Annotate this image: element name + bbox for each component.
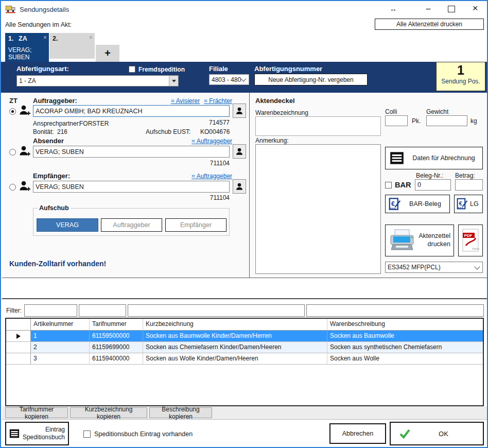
aufschub-auftraggeber-button[interactable]: Auftraggeber [101,218,162,232]
cell-warenbeschreibung[interactable]: Socken aus Wolle [327,353,483,364]
cell-tarifnummer[interactable]: 61159500000 [90,331,143,341]
fremdspedition-checkbox[interactable] [129,66,135,73]
empfaenger-input[interactable] [33,181,230,193]
neue-abfertigungsnummer-button[interactable]: Neue Abfertigung-Nr. vergeben [254,74,368,85]
add-contact-icon[interactable] [19,104,31,118]
tab1-code: ZA [19,35,27,42]
filiale-label: Filiale [209,65,228,73]
table-row[interactable]: 3 61159400000 Socken aus Wolle Kinder/Da… [6,353,483,365]
aktenzettel-drucken-label: Aktenzettel drucken [415,232,450,248]
cancel-button[interactable]: Abbrechen [329,423,386,444]
shipment-tab-1[interactable]: 1. ZA × VERAG; SUBEN [5,33,49,62]
filter-warenbeschreibung-input[interactable] [306,304,484,317]
cell-artikelnummer[interactable]: 3 [31,353,90,364]
empfaenger-contact-button[interactable] [233,179,246,194]
bar-beleg-button[interactable]: € BAR-Beleg [385,195,450,213]
minimize-button[interactable]: – [422,3,434,14]
daten-abrechnung-button[interactable]: Daten für Abrechnung [385,147,483,169]
pk-label: Pk. [412,117,421,125]
bonitaet-value: 216 [57,128,67,135]
tab2-close-icon[interactable]: × [89,34,93,41]
auftraggeber-number: 714577 [209,119,230,126]
col-kurzbezeichnung[interactable]: Kurzbezeichnung [143,319,327,330]
aktenzettel-drucken-button[interactable]: Aktenzettel drucken [385,225,454,256]
speditionsbuch-checkbox[interactable] [83,430,91,438]
svg-text:€: € [391,200,395,207]
cell-kurzbezeichnung[interactable]: Socken aus Baumwolle Kinder/Damen/Herren [143,331,327,341]
copy-tarifnummer-button[interactable]: Tarifnummer kopieren [5,407,68,418]
shipment-tab-2[interactable]: 2. × [49,33,95,59]
ok-button[interactable]: OK [390,422,484,445]
svg-text:€: € [459,200,462,206]
filter-artikelnummer-input[interactable] [24,304,77,317]
position-count: 1 [437,62,485,78]
filter-tarifnummer-input[interactable] [79,304,126,317]
maximize-button[interactable] [445,3,458,14]
lg-button[interactable]: € LG [454,195,483,213]
cell-artikelnummer[interactable]: 2 [31,342,90,353]
abfertigungsart-select[interactable]: 1 - ZA [16,75,179,87]
auftraggeber-input[interactable] [33,105,230,117]
aufschub-empfaenger-button[interactable]: Empfänger [165,218,226,232]
avisierer-link[interactable]: = Avisierer [171,97,200,105]
cell-kurzbezeichnung[interactable]: Socken aus Chemiefasern Kinder/Damen/Hee… [143,342,327,353]
cell-kurzbezeichnung[interactable]: Socken aus Wolle Kinder/Damen/Heeren [143,353,327,364]
aufschub-group: Aufschub VERAG Auftraggeber Empfänger [33,208,230,236]
auftraggeber-contact-button[interactable] [233,104,246,118]
filiale-select[interactable]: 4803 - 480 [209,74,249,85]
aufschub-eust-value: KO004676 [200,128,230,135]
beleg-nr-input[interactable] [415,179,451,191]
empfaenger-auftraggeber-link[interactable]: = Auftraggeber [191,173,232,180]
chevron-down-icon [474,264,480,269]
absender-input[interactable] [33,146,230,158]
empfaenger-radio[interactable] [9,184,16,191]
table-row[interactable]: 1 61159500000 Socken aus Baumwolle Kinde… [6,331,483,342]
cell-artikelnummer[interactable]: 1 [31,331,90,341]
empfaenger-number: 711104 [209,194,230,201]
close-button[interactable]: × [468,2,482,14]
copy-kurzbezeichnung-button[interactable]: Kurzbezeichnung kopieren [70,407,147,418]
combo-arrow-button[interactable] [169,76,178,86]
add-contact-icon[interactable] [19,145,31,159]
sendungsdetails-window: Sendungsdetails ↔ – × Alle Sendungen im … [0,0,488,448]
cell-warenbeschreibung[interactable]: Socken aus Baumwolle [327,331,483,341]
col-tarifnummer[interactable]: Tarifnummer [90,319,143,330]
list-icon [9,427,20,440]
warenbezeichnung-textarea[interactable] [255,116,381,136]
selector-header-cell [6,319,31,330]
aktenzettel-line1: Aktenzettel [419,232,450,240]
absender-radio[interactable] [9,149,16,156]
dropdown-arrow-icon [172,80,176,82]
cell-warenbeschreibung[interactable]: Socken aus synthetischen Chemiefasern [327,342,483,353]
print-all-aktenzettel-button[interactable]: Alle Aktenzettel drucken [375,19,484,30]
anmerkung-textarea[interactable] [255,144,381,274]
col-warenbeschreibung[interactable]: Warenbeschreibung [327,319,483,330]
resize-horizontal-icon[interactable]: ↔ [387,3,399,14]
ansprechpartner-label: Ansprechpartner: [33,120,80,127]
aufschub-verag-button[interactable]: VERAG [37,218,98,232]
betrag-input[interactable] [455,179,483,191]
bar-checkbox[interactable] [385,182,392,188]
panel-divider [249,93,250,278]
printer-select[interactable]: ES3452 MFP(PCL) [385,262,483,273]
lg-label: LG [470,200,479,208]
col-artikelnummer[interactable]: Artikelnummer [31,319,90,330]
tab1-close-icon[interactable]: × [43,34,47,41]
fremdspedition-label: Fremdspedition [138,66,185,73]
colli-input[interactable] [385,115,408,126]
absender-auftraggeber-link[interactable]: = Auftraggeber [191,137,232,145]
fraechter-link[interactable]: = Frächter [204,97,232,105]
table-row[interactable]: 2 61159699000 Socken aus Chemiefasern Ki… [6,342,483,353]
copy-beschreibung-button[interactable]: Beschreibung kopieren [149,407,212,418]
app-truck-icon [5,5,16,15]
absender-contact-button[interactable] [233,144,246,159]
add-shipment-tab-button[interactable]: + [96,45,119,62]
cell-tarifnummer[interactable]: 61159400000 [90,353,143,364]
add-contact-icon[interactable] [19,180,31,194]
auftraggeber-radio[interactable] [9,108,16,115]
eintrag-speditionsbuch-button[interactable]: Eintrag Speditionsbuch [5,422,69,445]
pdf-button[interactable]: PDF Adobe [458,225,483,256]
cell-tarifnummer[interactable]: 61159699000 [90,342,143,353]
filter-kurzbezeichnung-input[interactable] [128,304,305,317]
gewicht-input[interactable] [426,115,467,126]
